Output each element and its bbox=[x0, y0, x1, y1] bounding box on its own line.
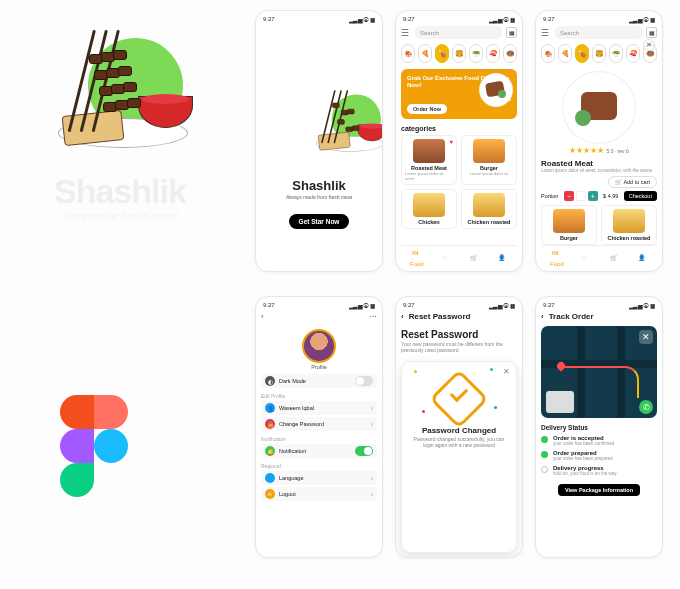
step-accepted: Order is acceptedyour order has been con… bbox=[541, 433, 657, 448]
tab-cart[interactable]: 🛒 bbox=[470, 254, 480, 264]
screen-profile: 9:27▂▃▅ ⦿ ▮▮ ‹⋯ Profile ◐Dark Mode Edit … bbox=[255, 296, 383, 558]
portion-label: Portion bbox=[541, 193, 558, 199]
row-dark-mode[interactable]: ◐Dark Mode bbox=[261, 374, 377, 388]
user-icon: 👤 bbox=[265, 403, 275, 413]
close-icon[interactable]: ✕ bbox=[503, 367, 510, 376]
qty-value: 1 bbox=[576, 191, 586, 201]
menu-icon[interactable]: ☰ bbox=[541, 28, 551, 38]
delivery-status-title: Delivery Status bbox=[541, 424, 657, 431]
chevron-icon: › bbox=[371, 405, 373, 412]
reset-sub: Your new password must be different from… bbox=[401, 341, 517, 353]
success-modal: ✕ Password Changed Password changed succ… bbox=[401, 361, 517, 553]
search-input[interactable]: Search bbox=[555, 26, 642, 39]
category-card[interactable]: Chicken bbox=[401, 189, 457, 229]
ghost-subtitle: A very popular food in central bbox=[20, 211, 220, 221]
product-image bbox=[562, 71, 636, 144]
get-started-button[interactable]: Get Star Now bbox=[289, 214, 350, 229]
category-card[interactable]: Chicken roasted bbox=[461, 189, 517, 229]
lock-icon: 🔒 bbox=[265, 419, 275, 429]
screen-home: 9:27▂▃▅ ⦿ ▮▮ ☰ Search ▦ 🍖 🍕 🍗 🍔 🥗 🍣 🍩 Gr… bbox=[395, 10, 523, 272]
status-time: 9:27 bbox=[263, 16, 275, 23]
chip[interactable]: 🍕 bbox=[418, 44, 432, 63]
screen-splash: 9:27▂▃▅ ⦿ ▮▮ Shashlik Always made from f… bbox=[255, 10, 383, 272]
chip[interactable]: 🍖 bbox=[401, 44, 415, 63]
row-notification[interactable]: 🔔Notification bbox=[261, 444, 377, 458]
notif-toggle[interactable] bbox=[355, 446, 373, 456]
brand-title: Shashlik bbox=[292, 178, 345, 193]
step-progress: Delivery progresshold on, your food is o… bbox=[541, 463, 657, 478]
grid-icon[interactable]: ▦ bbox=[506, 27, 517, 38]
chip[interactable]: 🥗 bbox=[469, 44, 483, 63]
back-icon[interactable]: ‹ bbox=[261, 312, 264, 321]
row-logout[interactable]: ⎋Logout› bbox=[261, 487, 377, 501]
category-card[interactable]: BurgerLorem ipsum dolor sit bbox=[461, 135, 517, 185]
tab-fav[interactable]: ♡ bbox=[442, 254, 452, 264]
tab-fav[interactable]: ♡ bbox=[582, 254, 592, 264]
dark-toggle[interactable] bbox=[355, 376, 373, 386]
tab-bar: 🍽Food ♡ 🛒 👤 bbox=[401, 245, 517, 267]
step-prepared: Order preparedyour order has been prepar… bbox=[541, 448, 657, 463]
avatar-caption: Profile bbox=[261, 364, 377, 370]
header-title: Reset Password bbox=[409, 312, 471, 321]
rider-thumbnail[interactable] bbox=[546, 391, 574, 413]
chevron-icon: › bbox=[371, 475, 373, 482]
close-button[interactable]: ✕ bbox=[643, 39, 655, 51]
back-icon[interactable]: ‹ bbox=[401, 312, 404, 321]
figma-logo bbox=[60, 395, 148, 497]
suggestion-card[interactable]: Chicken roasted bbox=[601, 205, 657, 245]
category-card[interactable]: ♥Roasted MeatLorem ipsum dolor sit amet bbox=[401, 135, 457, 185]
splash-illustration bbox=[303, 84, 383, 162]
call-button[interactable]: ✆ bbox=[639, 400, 653, 414]
view-package-button[interactable]: View Package Information bbox=[558, 484, 640, 496]
section-notif: Notification bbox=[261, 436, 377, 442]
add-to-cart-button[interactable]: 🛒 Add to cart bbox=[608, 176, 657, 188]
brand-tagline: Always made from fresh meat bbox=[286, 194, 352, 200]
tab-cart[interactable]: 🛒 bbox=[610, 254, 620, 264]
row-name[interactable]: 👤Waseem Iqbal› bbox=[261, 401, 377, 415]
reset-title: Reset Password bbox=[401, 329, 517, 340]
map-close-icon[interactable]: ✕ bbox=[639, 330, 653, 344]
avatar[interactable] bbox=[302, 329, 336, 363]
ghost-title: Shashlik bbox=[20, 172, 220, 211]
product-name: Roasted Meat bbox=[541, 159, 657, 168]
status-icons: ▂▃▅ ⦿ ▮▮ bbox=[349, 16, 375, 23]
shashlik-illustration bbox=[33, 18, 208, 168]
menu-icon[interactable]: ☰ bbox=[401, 28, 411, 38]
chip[interactable]: 🍩 bbox=[503, 44, 517, 63]
tab-profile[interactable]: 👤 bbox=[638, 254, 648, 264]
chip[interactable]: 🍔 bbox=[452, 44, 466, 63]
heart-icon[interactable]: ♥ bbox=[449, 139, 453, 145]
success-badge-icon bbox=[438, 378, 480, 420]
chip-active[interactable]: 🍗 bbox=[435, 44, 449, 63]
hero-block: Shashlik A very popular food in central bbox=[20, 18, 220, 221]
search-input[interactable]: Search bbox=[415, 26, 502, 39]
modal-title: Password Changed bbox=[410, 426, 508, 435]
tab-food[interactable]: 🍽Food bbox=[550, 250, 564, 267]
category-chips: 🍖 🍕 🍗 🍔 🥗 🍣 🍩 bbox=[401, 44, 517, 63]
suggestion-card[interactable]: Burger bbox=[541, 205, 597, 245]
qty-plus[interactable]: + bbox=[588, 191, 598, 201]
quantity-stepper: − 1 + bbox=[564, 191, 598, 201]
product-sub: Lorem ipsum dolor sit amet, consectetur,… bbox=[541, 168, 657, 173]
more-icon[interactable]: ⋯ bbox=[369, 312, 377, 321]
rating-stars: ★★★★★ 5.0 · rev 6 bbox=[541, 146, 657, 155]
delivery-steps: Order is acceptedyour order has been con… bbox=[541, 433, 657, 478]
map[interactable]: ✕ ✆ bbox=[541, 326, 657, 418]
chevron-icon: › bbox=[371, 421, 373, 428]
header-title: Track Order bbox=[549, 312, 594, 321]
categories-heading: categories bbox=[401, 125, 517, 132]
chip[interactable]: 🍣 bbox=[486, 44, 500, 63]
section-regional: Regional bbox=[261, 463, 377, 469]
chevron-icon: › bbox=[371, 491, 373, 498]
logout-icon: ⎋ bbox=[265, 489, 275, 499]
tab-food[interactable]: 🍽Food bbox=[410, 250, 424, 267]
tab-profile[interactable]: 👤 bbox=[498, 254, 508, 264]
grid-icon[interactable]: ▦ bbox=[646, 27, 657, 38]
row-change-password[interactable]: 🔒Change Password› bbox=[261, 417, 377, 431]
back-icon[interactable]: ‹ bbox=[541, 312, 544, 321]
checkout-button[interactable]: Checkout bbox=[624, 191, 657, 201]
promo-banner[interactable]: Grab Our Exclusive Food Discounts Now! O… bbox=[401, 69, 517, 119]
order-now-button[interactable]: Order Now bbox=[407, 104, 447, 114]
qty-minus[interactable]: − bbox=[564, 191, 574, 201]
row-language[interactable]: 🌐Language› bbox=[261, 471, 377, 485]
